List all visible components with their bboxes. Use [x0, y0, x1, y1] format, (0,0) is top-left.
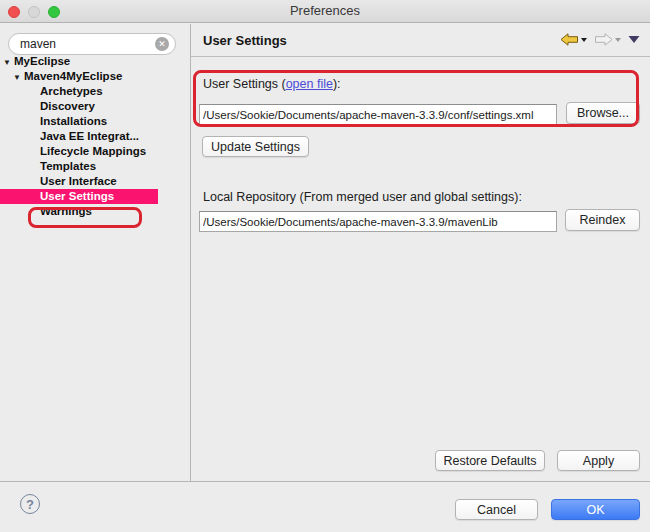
- ok-button[interactable]: OK: [551, 499, 640, 520]
- update-settings-button[interactable]: Update Settings: [202, 136, 309, 157]
- sidebar-item-archetypes[interactable]: Archetypes: [0, 84, 190, 99]
- clear-search-icon[interactable]: ✕: [155, 37, 169, 51]
- sidebar-item-java-ee-integration[interactable]: Java EE Integrat...: [0, 129, 190, 144]
- forward-dropdown-icon[interactable]: [615, 38, 621, 42]
- restore-defaults-button[interactable]: Restore Defaults: [435, 450, 545, 471]
- search-input[interactable]: [20, 37, 155, 51]
- sidebar-item-lifecycle-mappings[interactable]: Lifecycle Mappings: [0, 144, 190, 159]
- tree-item-label: Lifecycle Mappings: [0, 145, 146, 157]
- back-button[interactable]: [560, 33, 587, 46]
- filter-search-field[interactable]: ✕: [8, 33, 176, 55]
- open-file-link[interactable]: open file: [286, 77, 333, 91]
- preferences-sidebar: ✕ ▼ MyEclipse ▼ Maven4MyEclipse Archetyp…: [0, 24, 191, 481]
- apply-button[interactable]: Apply: [557, 450, 640, 471]
- page-navigation: [560, 33, 640, 46]
- tree-item-label: Templates: [0, 160, 96, 172]
- view-menu-icon[interactable]: [628, 35, 640, 44]
- sidebar-item-user-settings[interactable]: User Settings: [0, 189, 158, 204]
- sidebar-item-maven4myeclipse[interactable]: ▼ Maven4MyEclipse: [0, 69, 190, 84]
- settings-path-input[interactable]: [199, 104, 557, 125]
- dialog-footer: ? Cancel OK: [0, 481, 650, 532]
- disclosure-triangle-icon[interactable]: ▼: [13, 70, 23, 83]
- sidebar-item-discovery[interactable]: Discovery: [0, 99, 190, 114]
- preferences-dialog: Preferences ✕ ▼ MyEclipse ▼ Maven4MyEcli…: [0, 0, 650, 532]
- sidebar-item-templates[interactable]: Templates: [0, 159, 190, 174]
- page-title: User Settings: [203, 33, 287, 48]
- browse-button[interactable]: Browse...: [566, 102, 640, 124]
- tree-item-label: Warnings: [0, 205, 92, 217]
- forward-button[interactable]: [594, 33, 621, 46]
- tree-item-label: Java EE Integrat...: [0, 130, 139, 142]
- forward-arrow-icon: [594, 33, 613, 46]
- tree-item-label: Archetypes: [0, 85, 103, 97]
- user-settings-panel: User Settings User Settings (open: [191, 24, 650, 481]
- sidebar-item-installations[interactable]: Installations: [0, 114, 190, 129]
- zoom-window-icon[interactable]: [48, 6, 60, 18]
- tree-item-label: User Interface: [0, 175, 117, 187]
- window-title: Preferences: [0, 0, 650, 22]
- back-dropdown-icon[interactable]: [581, 38, 587, 42]
- tree-item-label: Discovery: [0, 100, 95, 112]
- tree-item-label: User Settings: [0, 190, 114, 202]
- disclosure-triangle-icon[interactable]: ▼: [3, 55, 13, 68]
- local-repository-path-input[interactable]: [199, 211, 557, 232]
- minimize-window-icon[interactable]: [28, 6, 40, 18]
- sidebar-item-myeclipse[interactable]: ▼ MyEclipse: [0, 54, 190, 69]
- user-settings-field-label: User Settings (open file):: [203, 77, 341, 91]
- title-bar[interactable]: Preferences: [0, 0, 650, 23]
- tree-item-label: Installations: [0, 115, 107, 127]
- reindex-button[interactable]: Reindex: [565, 209, 640, 231]
- sidebar-item-warnings[interactable]: Warnings: [0, 204, 190, 219]
- label-prefix: User Settings (: [203, 77, 286, 91]
- header-divider: [191, 56, 650, 57]
- cancel-button[interactable]: Cancel: [455, 499, 538, 520]
- preferences-tree: ▼ MyEclipse ▼ Maven4MyEclipse Archetypes…: [0, 54, 190, 219]
- help-icon[interactable]: ?: [20, 494, 40, 514]
- label-suffix: ):: [333, 77, 341, 91]
- traffic-lights: [8, 6, 60, 18]
- back-arrow-icon: [560, 33, 579, 46]
- sidebar-item-user-interface[interactable]: User Interface: [0, 174, 190, 189]
- close-window-icon[interactable]: [8, 6, 20, 18]
- local-repository-label: Local Repository (From merged user and g…: [203, 190, 522, 204]
